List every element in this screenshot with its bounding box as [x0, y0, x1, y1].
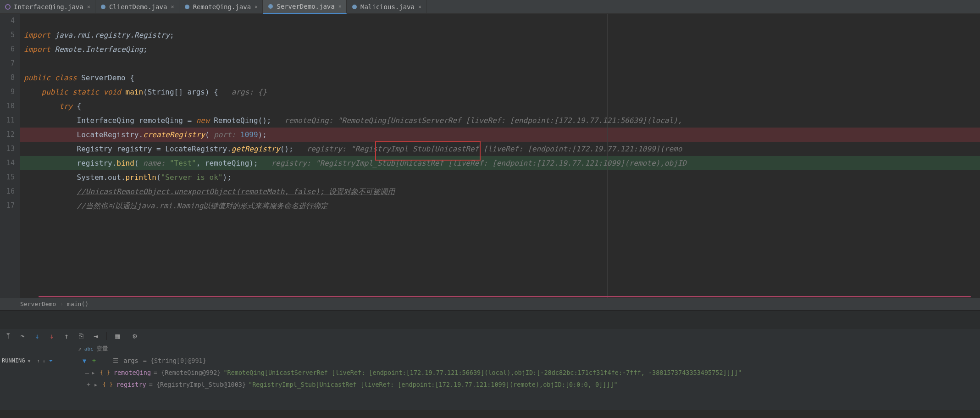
- close-icon[interactable]: ×: [418, 4, 421, 10]
- variable-name: args: [123, 357, 138, 364]
- breadcrumb-item: main(): [65, 301, 90, 307]
- variable-value: = {String[0]@991}: [143, 357, 206, 364]
- line-gutter: 456 789 101112 131415 1617: [0, 14, 20, 298]
- add-watch-icon[interactable]: ＋: [91, 357, 97, 365]
- tab-interfaceqing[interactable]: InterfaceQing.java ×: [0, 0, 95, 14]
- run-to-cursor-icon[interactable]: ⇥: [92, 332, 100, 340]
- chevron-down-icon[interactable]: ▼: [28, 358, 31, 363]
- code-line: //UnicastRemoteObject.unexportObject(rem…: [20, 184, 980, 199]
- tab-malicious[interactable]: Malicious.java ×: [347, 0, 426, 14]
- debug-toolbar: ⤒ ↷ ↓ ↓ ↑ ⎘ ⇥ ▦ ⚙: [0, 329, 980, 343]
- code-editor[interactable]: 456 789 101112 131415 1617 import java.r…: [0, 14, 980, 298]
- code-line: LocateRegistry.createRegistry( port: 109…: [20, 128, 980, 142]
- variable-type: = {RegistryImpl_Stub@1003}: [149, 381, 246, 388]
- filter-icon[interactable]: ⏷: [48, 357, 54, 364]
- variables-header: ↗ abc 变量: [0, 343, 980, 355]
- step-into-icon[interactable]: ↓: [33, 332, 41, 340]
- breadcrumb-item: ServerDemo: [18, 301, 58, 307]
- horizontal-scrollbar[interactable]: [39, 296, 971, 297]
- variable-type: = {RemoteQing@992}: [154, 369, 221, 376]
- next-frame-icon[interactable]: ↓: [43, 358, 45, 363]
- editor-tabs: InterfaceQing.java × ClientDemo.java × R…: [0, 0, 980, 14]
- svg-point-1: [101, 5, 105, 9]
- variable-value: "RegistryImpl_Stub[UnicastRef [liveRef: …: [249, 381, 618, 388]
- close-icon[interactable]: ×: [338, 3, 342, 10]
- class-icon: [100, 4, 106, 10]
- expand-icon[interactable]: ↗: [78, 346, 82, 352]
- chevron-right-icon: ›: [58, 301, 65, 307]
- step-over-icon[interactable]: ↷: [18, 332, 27, 340]
- evaluate-icon[interactable]: ▦: [113, 332, 122, 340]
- close-icon[interactable]: ×: [87, 4, 90, 10]
- object-icon: { }: [100, 369, 110, 376]
- code-line: public class ServerDemo {: [20, 71, 980, 85]
- variable-name: remoteQing: [114, 369, 151, 376]
- frames-panel[interactable]: RUNNING ▼ ↑ ↓ ⏷: [0, 355, 78, 410]
- class-icon: [267, 3, 274, 10]
- settings-small-icon[interactable]: ☰: [113, 357, 119, 364]
- drop-frame-icon[interactable]: ⎘: [77, 332, 85, 340]
- tab-label: RemoteQing.java: [193, 3, 251, 11]
- step-out-icon[interactable]: ↑: [62, 332, 71, 340]
- close-icon[interactable]: ×: [255, 4, 258, 10]
- tab-remoteqing[interactable]: RemoteQing.java ×: [179, 0, 263, 14]
- add-small-icon[interactable]: ＋: [85, 380, 92, 389]
- show-execution-icon[interactable]: ⤒: [4, 332, 12, 340]
- svg-point-2: [185, 5, 189, 9]
- interface-icon: [5, 4, 11, 10]
- class-icon: [351, 4, 358, 10]
- svg-point-0: [6, 5, 10, 9]
- code-area[interactable]: import java.rmi.registry.Registry; impor…: [20, 14, 980, 298]
- debug-panel: ⤒ ↷ ↓ ↓ ↑ ⎘ ⇥ ▦ ⚙ ↗ abc 变量 RUNNING ▼ ↑ ↓…: [0, 310, 980, 410]
- variable-name: registry: [116, 381, 146, 388]
- tab-serverdemo[interactable]: ServerDemo.java ×: [263, 0, 347, 14]
- expand-icon[interactable]: ▶: [94, 382, 99, 387]
- code-line: import java.rmi.registry.Registry;: [20, 28, 980, 42]
- settings-icon[interactable]: ⚙: [131, 332, 139, 340]
- tab-clientdemo[interactable]: ClientDemo.java ×: [95, 0, 179, 14]
- expand-icon[interactable]: ▶: [92, 370, 96, 375]
- tab-label: ServerDemo.java: [277, 3, 334, 10]
- code-line: registry.bind( name: "Test", remoteQing)…: [20, 156, 980, 170]
- variable-value: "RemoteQing[UnicastServerRef [liveRef: […: [223, 369, 742, 376]
- variable-row[interactable]: ＋ ▶ { } registry = {RegistryImpl_Stub@10…: [81, 379, 980, 390]
- prev-frame-icon[interactable]: ↑: [37, 358, 40, 363]
- tab-label: InterfaceQing.java: [14, 3, 83, 11]
- code-line: System.out.println("Server is ok");: [20, 170, 980, 184]
- svg-point-3: [268, 4, 273, 9]
- code-line: import Remote.InterfaceQing;: [20, 42, 980, 56]
- variables-label: 变量: [96, 345, 108, 353]
- right-margin: [607, 14, 608, 298]
- close-icon[interactable]: ×: [171, 4, 174, 10]
- code-line: Registry registry = LocateRegistry.getRe…: [20, 142, 980, 156]
- class-icon: [184, 4, 190, 10]
- code-line: [20, 14, 980, 28]
- code-line: try {: [20, 99, 980, 113]
- thread-status[interactable]: RUNNING ▼ ↑ ↓ ⏷: [2, 355, 78, 367]
- variables-tree[interactable]: ▼ ＋ ☰ args = {String[0]@991} — ▶ { } rem…: [78, 355, 980, 410]
- abc-icon: abc: [84, 346, 94, 352]
- code-line: //当然也可以通过java.rmi.Naming以键值对的形式来将服务命名进行绑…: [20, 199, 980, 213]
- variable-row[interactable]: — ▶ { } remoteQing = {RemoteQing@992} "R…: [81, 367, 980, 379]
- force-step-icon[interactable]: ↓: [48, 332, 56, 340]
- code-line: InterfaceQing remoteQing = new RemoteQin…: [20, 113, 980, 128]
- remove-icon[interactable]: —: [85, 369, 89, 376]
- svg-point-4: [352, 5, 357, 9]
- object-icon: { }: [103, 381, 113, 388]
- breadcrumb[interactable]: ServerDemo›main(): [0, 298, 980, 310]
- tab-label: Malicious.java: [360, 3, 415, 11]
- tab-label: ClientDemo.java: [109, 3, 167, 11]
- filter-icon[interactable]: ▼: [83, 357, 86, 364]
- code-line: [20, 56, 980, 71]
- code-line: public static void main(String[] args) {…: [20, 85, 980, 99]
